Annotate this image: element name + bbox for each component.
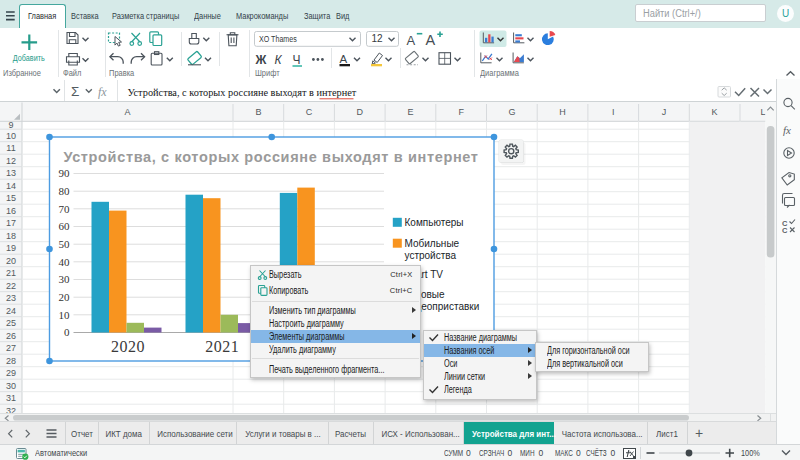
svg-text:fx: fx (98, 85, 107, 99)
svg-text:11: 11 (6, 143, 15, 153)
svg-text:80: 80 (59, 185, 71, 197)
svg-text:20: 20 (59, 291, 71, 303)
svg-text:B: B (255, 107, 261, 117)
svg-text:А: А (426, 32, 436, 48)
svg-text:А: А (407, 33, 416, 48)
svg-text:23: 23 (6, 293, 16, 303)
svg-text:L: L (760, 107, 765, 117)
svg-text:12: 12 (372, 33, 384, 44)
svg-text:fx: fx (783, 124, 791, 136)
svg-text:30: 30 (59, 273, 71, 285)
svg-text:2020: 2020 (111, 338, 145, 355)
svg-text:22: 22 (6, 281, 16, 291)
svg-text:Ж: Ж (255, 53, 267, 67)
svg-text:устройства: устройства (405, 250, 457, 261)
svg-text:Компьютеры: Компьютеры (405, 217, 464, 228)
svg-text:28: 28 (6, 356, 16, 366)
svg-text:9: 9 (8, 120, 13, 130)
svg-text:А: А (340, 53, 348, 65)
svg-text:31: 31 (6, 393, 16, 403)
svg-text:30: 30 (6, 381, 16, 391)
svg-text:I: I (612, 107, 615, 117)
svg-text:13: 13 (6, 168, 16, 178)
svg-text:XO Thames: XO Thames (259, 33, 297, 44)
svg-text:H: H (559, 107, 566, 117)
svg-text:90: 90 (59, 167, 71, 179)
svg-text:F: F (458, 107, 464, 117)
svg-text:18: 18 (6, 231, 16, 241)
svg-text:21: 21 (6, 268, 16, 278)
svg-text:Добавить: Добавить (13, 52, 45, 63)
svg-text:25: 25 (6, 318, 16, 328)
svg-text:17: 17 (6, 218, 16, 228)
svg-text:С: С (782, 226, 788, 235)
svg-text:Σ: Σ (71, 84, 79, 99)
svg-text:60: 60 (59, 220, 71, 232)
svg-text:2021: 2021 (205, 338, 239, 355)
svg-text:27: 27 (6, 343, 16, 353)
svg-text:14: 14 (6, 181, 16, 191)
svg-text:К: К (275, 53, 283, 67)
svg-text:50: 50 (59, 238, 71, 250)
svg-text:24: 24 (6, 306, 16, 316)
svg-text:70: 70 (59, 203, 71, 215)
svg-text:Устройства, с которых россияне: Устройства, с которых россияне выходят в… (128, 87, 357, 98)
svg-text:40: 40 (59, 256, 71, 268)
svg-text:32: 32 (6, 406, 16, 413)
svg-text:G: G (508, 107, 515, 117)
svg-text:26: 26 (6, 331, 16, 341)
svg-text:16: 16 (6, 206, 16, 216)
svg-text:10: 10 (6, 131, 16, 141)
svg-text:15: 15 (6, 193, 16, 203)
svg-text:E: E (407, 107, 413, 117)
svg-text:D: D (357, 107, 364, 117)
svg-text:Мобильные: Мобильные (405, 238, 460, 249)
svg-text:J: J (662, 107, 667, 117)
svg-text:K: K (712, 107, 718, 117)
svg-text:19: 19 (6, 243, 16, 253)
svg-text:A: A (124, 107, 130, 117)
svg-text:20: 20 (6, 256, 16, 266)
svg-text:10: 10 (59, 309, 71, 321)
svg-text:0: 0 (64, 326, 70, 338)
svg-text:Устройства, с которых россияне: Устройства, с которых россияне выходят в… (63, 149, 478, 165)
svg-text:12: 12 (6, 156, 16, 166)
svg-text:C: C (306, 107, 313, 117)
svg-text:Ч: Ч (293, 53, 301, 67)
svg-text:29: 29 (6, 368, 16, 378)
